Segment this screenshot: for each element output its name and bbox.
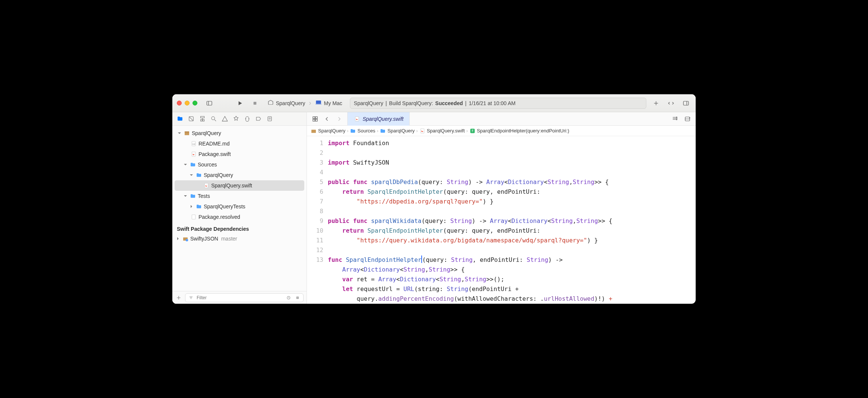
window-controls <box>177 101 197 105</box>
svg-text:f: f <box>471 129 473 132</box>
folder-label: SparqlQuery <box>204 172 233 178</box>
dependency-swiftyjson[interactable]: SwiftyJSON master <box>172 233 307 244</box>
issue-navigator-tab[interactable] <box>219 114 230 124</box>
disclosure-open-icon[interactable] <box>183 163 188 166</box>
folder-label: Sources <box>198 162 217 168</box>
scheme-project-icon <box>268 100 274 107</box>
zoom-window-button[interactable] <box>193 101 197 105</box>
editor-tab-bar: SparqlQuery.swift <box>307 112 696 126</box>
folder-icon <box>196 203 202 210</box>
project-root-label: SparqlQuery <box>192 130 221 136</box>
recent-filter-icon[interactable] <box>285 294 292 301</box>
minimize-window-button[interactable] <box>185 101 190 105</box>
crumb-package[interactable]: SparqlQuery <box>311 128 345 134</box>
svg-rect-43 <box>316 117 317 119</box>
crumb-symbol[interactable]: f SparqlEndpointHelpter(query:endPointUr… <box>470 128 569 134</box>
code-review-button[interactable] <box>666 98 676 108</box>
history-forward-button[interactable] <box>334 114 344 124</box>
svg-rect-21 <box>268 117 271 121</box>
activity-status[interactable]: SparqlQuery | Build SparqlQuery: Succeed… <box>350 98 646 109</box>
package-icon <box>184 130 190 137</box>
scheme-project-label: SparqlQuery <box>276 100 305 106</box>
history-back-button[interactable] <box>322 114 332 124</box>
related-items-button[interactable] <box>310 114 320 124</box>
source-control-navigator-tab[interactable] <box>186 114 196 124</box>
project-root[interactable]: SparqlQuery <box>172 128 307 138</box>
crumb-file[interactable]: SparqlQuery.swift <box>419 128 465 134</box>
toggle-inspector-button[interactable] <box>681 98 691 108</box>
folder-label: Tests <box>198 193 210 199</box>
file-sparqlquery-swift[interactable]: SparqlQuery.swift <box>175 180 304 191</box>
swift-file-icon <box>419 128 425 134</box>
minimap-toggle-button[interactable] <box>670 114 680 124</box>
editor-tab-active[interactable]: SparqlQuery.swift <box>347 112 410 126</box>
scheme-selector[interactable]: SparqlQuery › My Mac <box>265 99 345 107</box>
crumb-sources[interactable]: Sources <box>350 128 375 134</box>
jump-bar[interactable]: SparqlQuery › Sources › SparqlQuery › Sp… <box>307 126 696 136</box>
filter-scope-icon[interactable] <box>188 294 194 301</box>
navigator-footer <box>172 291 307 304</box>
close-window-button[interactable] <box>177 101 182 105</box>
test-navigator-tab[interactable] <box>231 114 241 124</box>
file-label: README.md <box>198 141 230 147</box>
folder-sources-pkg[interactable]: SparqlQuery <box>172 170 307 180</box>
disclosure-open-icon[interactable] <box>183 194 188 198</box>
symbol-navigator-tab[interactable] <box>197 114 207 124</box>
function-icon: f <box>470 128 475 134</box>
generic-file-icon <box>190 214 197 220</box>
folder-icon <box>196 172 202 178</box>
svg-rect-55 <box>311 129 316 133</box>
disclosure-open-icon[interactable] <box>189 173 194 177</box>
swift-file-icon <box>203 182 210 189</box>
breakpoint-navigator-tab[interactable] <box>253 114 264 124</box>
source-text[interactable]: import Foundation import SwiftyJSON publ… <box>328 136 696 304</box>
disclosure-closed-icon[interactable] <box>189 205 194 208</box>
line-gutter: 1 2 3 4 5 6 7 8 9 10 11 12 13 <box>307 136 328 304</box>
debug-navigator-tab[interactable] <box>242 114 252 124</box>
toggle-navigator-button[interactable] <box>204 98 215 108</box>
svg-point-17 <box>211 117 215 120</box>
svg-line-18 <box>214 120 216 121</box>
dependencies-header: Swift Package Dependencies <box>172 222 307 233</box>
folder-tests[interactable]: Tests <box>172 191 307 201</box>
folder-sources[interactable]: Sources <box>172 159 307 170</box>
svg-point-32 <box>186 239 188 242</box>
package-icon <box>311 128 317 134</box>
folder-tests-pkg[interactable]: SparqlQueryTests <box>172 201 307 212</box>
svg-rect-14 <box>200 120 202 121</box>
project-tree[interactable]: SparqlQuery md README.md Package.swift S <box>172 126 307 291</box>
package-dependency-icon <box>182 235 189 242</box>
find-navigator-tab[interactable] <box>208 114 219 124</box>
svg-rect-30 <box>192 215 195 219</box>
svg-rect-0 <box>207 101 212 105</box>
disclosure-open-icon[interactable] <box>177 131 182 135</box>
adjust-editor-button[interactable] <box>682 114 693 124</box>
crumb-folder[interactable]: SparqlQuery <box>380 128 415 134</box>
filter-input[interactable] <box>197 295 283 300</box>
swift-file-icon <box>354 116 360 122</box>
folder-icon <box>190 161 196 168</box>
add-button[interactable] <box>651 98 661 108</box>
file-package-resolved[interactable]: Package.resolved <box>172 212 307 222</box>
markdown-file-icon: md <box>190 140 197 147</box>
filter-field[interactable] <box>185 293 304 302</box>
file-label: Package.swift <box>198 151 231 157</box>
add-file-button[interactable] <box>175 294 182 301</box>
file-package-swift[interactable]: Package.swift <box>172 149 307 159</box>
file-label: SparqlQuery.swift <box>211 183 252 189</box>
svg-rect-46 <box>355 117 358 121</box>
run-button[interactable] <box>235 98 245 108</box>
svg-rect-15 <box>203 120 204 121</box>
stop-button[interactable] <box>250 98 260 108</box>
svg-rect-9 <box>683 101 689 105</box>
scm-filter-icon[interactable] <box>294 294 301 301</box>
source-editor[interactable]: 1 2 3 4 5 6 7 8 9 10 11 12 13 import Fou… <box>307 136 696 304</box>
report-navigator-tab[interactable] <box>264 114 275 124</box>
status-time: 1/16/21 at 10:00 AM <box>469 100 515 106</box>
scheme-separator-icon: › <box>309 99 311 107</box>
status-action: Build SparqlQuery: <box>389 100 433 106</box>
svg-rect-13 <box>200 116 204 118</box>
disclosure-closed-icon[interactable] <box>175 237 181 241</box>
file-readme[interactable]: md README.md <box>172 138 307 149</box>
project-navigator-tab[interactable] <box>175 114 185 124</box>
